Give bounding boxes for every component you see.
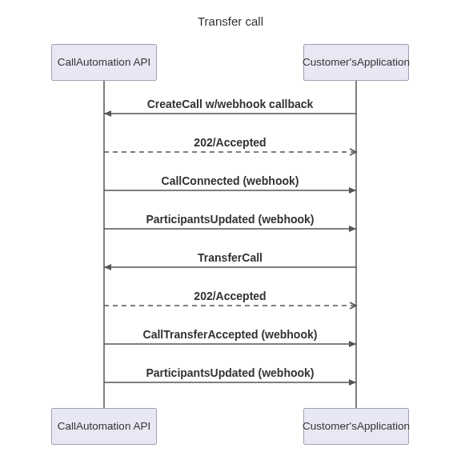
diagram-title: Transfer call — [0, 14, 461, 28]
message-label: 202/Accepted — [102, 136, 359, 149]
message-label: CallTransferAccepted (webhook) — [102, 328, 359, 341]
message-label: TransferCall — [102, 251, 359, 264]
message-label: 202/Accepted — [102, 290, 359, 302]
participant-box-bottom-right: Customer'sApplication — [303, 408, 409, 445]
message-label: ParticipantsUpdated (webhook) — [102, 366, 359, 379]
message-label: ParticipantsUpdated (webhook) — [102, 213, 359, 226]
sequence-diagram-canvas: Transfer call CallAutomation API Custome… — [0, 0, 461, 476]
message-label: CallConnected (webhook) — [102, 174, 359, 187]
participant-box-top-left: CallAutomation API — [51, 44, 157, 81]
participant-box-top-right: Customer'sApplication — [303, 44, 409, 81]
participant-box-bottom-left: CallAutomation API — [51, 408, 157, 445]
message-label: CreateCall w/webhook callback — [102, 98, 359, 110]
